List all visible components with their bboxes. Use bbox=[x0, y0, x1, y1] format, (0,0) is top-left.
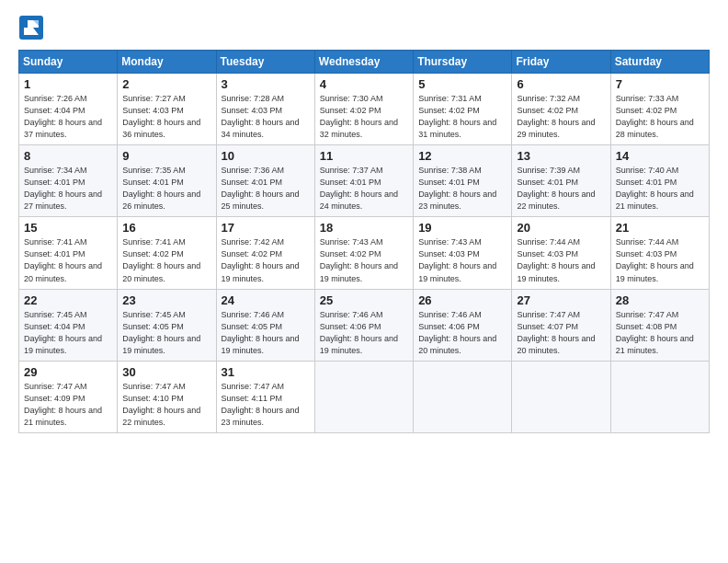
cell-info: Sunrise: 7:37 AMSunset: 4:01 PMDaylight:… bbox=[320, 166, 398, 211]
calendar-cell: 7 Sunrise: 7:33 AMSunset: 4:02 PMDayligh… bbox=[610, 74, 709, 145]
calendar-cell: 27 Sunrise: 7:47 AMSunset: 4:07 PMDaylig… bbox=[512, 289, 610, 361]
cell-info: Sunrise: 7:30 AMSunset: 4:02 PMDaylight:… bbox=[320, 94, 398, 139]
calendar-cell: 5 Sunrise: 7:31 AMSunset: 4:02 PMDayligh… bbox=[414, 74, 512, 145]
calendar-cell: 18 Sunrise: 7:43 AMSunset: 4:02 PMDaylig… bbox=[314, 217, 413, 289]
cell-info: Sunrise: 7:46 AMSunset: 4:05 PMDaylight:… bbox=[222, 310, 300, 355]
cell-info: Sunrise: 7:36 AMSunset: 4:01 PMDaylight:… bbox=[222, 166, 300, 211]
calendar-cell: 16 Sunrise: 7:41 AMSunset: 4:02 PMDaylig… bbox=[118, 217, 216, 289]
cell-info: Sunrise: 7:45 AMSunset: 4:04 PMDaylight:… bbox=[24, 310, 102, 355]
header bbox=[18, 15, 710, 40]
day-number: 16 bbox=[122, 221, 210, 235]
calendar-cell: 3 Sunrise: 7:28 AMSunset: 4:03 PMDayligh… bbox=[216, 74, 314, 145]
cell-info: Sunrise: 7:44 AMSunset: 4:03 PMDaylight:… bbox=[517, 237, 595, 282]
cell-info: Sunrise: 7:41 AMSunset: 4:01 PMDaylight:… bbox=[24, 237, 102, 282]
day-number: 4 bbox=[320, 77, 408, 91]
calendar-cell: 9 Sunrise: 7:35 AMSunset: 4:01 PMDayligh… bbox=[118, 145, 216, 217]
calendar-row: 29 Sunrise: 7:47 AMSunset: 4:09 PMDaylig… bbox=[19, 361, 710, 432]
day-number: 18 bbox=[320, 221, 408, 235]
cell-info: Sunrise: 7:31 AMSunset: 4:02 PMDaylight:… bbox=[418, 94, 496, 139]
calendar-cell: 15 Sunrise: 7:41 AMSunset: 4:01 PMDaylig… bbox=[19, 217, 118, 289]
header-wednesday: Wednesday bbox=[314, 51, 413, 74]
calendar-row: 8 Sunrise: 7:34 AMSunset: 4:01 PMDayligh… bbox=[19, 145, 710, 217]
calendar-row: 1 Sunrise: 7:26 AMSunset: 4:04 PMDayligh… bbox=[19, 74, 710, 145]
day-number: 11 bbox=[320, 149, 408, 163]
calendar-cell bbox=[414, 361, 512, 432]
day-number: 28 bbox=[616, 293, 704, 307]
cell-info: Sunrise: 7:34 AMSunset: 4:01 PMDaylight:… bbox=[24, 166, 102, 211]
calendar-page: Sunday Monday Tuesday Wednesday Thursday… bbox=[0, 0, 728, 563]
calendar-cell: 29 Sunrise: 7:47 AMSunset: 4:09 PMDaylig… bbox=[19, 361, 118, 432]
calendar-table: Sunday Monday Tuesday Wednesday Thursday… bbox=[18, 50, 710, 433]
day-number: 24 bbox=[222, 293, 310, 307]
day-number: 7 bbox=[616, 77, 704, 91]
calendar-cell bbox=[610, 361, 709, 432]
day-number: 15 bbox=[24, 221, 112, 235]
day-number: 31 bbox=[222, 365, 310, 379]
day-number: 26 bbox=[418, 293, 506, 307]
calendar-cell: 17 Sunrise: 7:42 AMSunset: 4:02 PMDaylig… bbox=[216, 217, 314, 289]
day-number: 19 bbox=[418, 221, 506, 235]
calendar-cell: 31 Sunrise: 7:47 AMSunset: 4:11 PMDaylig… bbox=[216, 361, 314, 432]
day-number: 27 bbox=[517, 293, 605, 307]
day-number: 29 bbox=[24, 365, 112, 379]
calendar-cell: 26 Sunrise: 7:46 AMSunset: 4:06 PMDaylig… bbox=[414, 289, 512, 361]
logo-icon bbox=[18, 15, 44, 40]
day-number: 6 bbox=[517, 77, 605, 91]
calendar-cell bbox=[314, 361, 413, 432]
calendar-cell: 10 Sunrise: 7:36 AMSunset: 4:01 PMDaylig… bbox=[216, 145, 314, 217]
cell-info: Sunrise: 7:43 AMSunset: 4:02 PMDaylight:… bbox=[320, 237, 398, 282]
cell-info: Sunrise: 7:26 AMSunset: 4:04 PMDaylight:… bbox=[24, 94, 102, 139]
cell-info: Sunrise: 7:32 AMSunset: 4:02 PMDaylight:… bbox=[517, 94, 595, 139]
calendar-cell: 28 Sunrise: 7:47 AMSunset: 4:08 PMDaylig… bbox=[610, 289, 709, 361]
day-number: 25 bbox=[320, 293, 408, 307]
cell-info: Sunrise: 7:39 AMSunset: 4:01 PMDaylight:… bbox=[517, 166, 595, 211]
cell-info: Sunrise: 7:47 AMSunset: 4:10 PMDaylight:… bbox=[122, 382, 200, 427]
calendar-cell: 30 Sunrise: 7:47 AMSunset: 4:10 PMDaylig… bbox=[118, 361, 216, 432]
cell-info: Sunrise: 7:47 AMSunset: 4:09 PMDaylight:… bbox=[24, 382, 102, 427]
cell-info: Sunrise: 7:42 AMSunset: 4:02 PMDaylight:… bbox=[222, 237, 300, 282]
day-number: 9 bbox=[122, 149, 210, 163]
calendar-cell: 23 Sunrise: 7:45 AMSunset: 4:05 PMDaylig… bbox=[118, 289, 216, 361]
day-number: 10 bbox=[222, 149, 310, 163]
calendar-cell: 6 Sunrise: 7:32 AMSunset: 4:02 PMDayligh… bbox=[512, 74, 610, 145]
calendar-cell bbox=[512, 361, 610, 432]
header-tuesday: Tuesday bbox=[216, 51, 314, 74]
calendar-cell: 22 Sunrise: 7:45 AMSunset: 4:04 PMDaylig… bbox=[19, 289, 118, 361]
calendar-cell: 24 Sunrise: 7:46 AMSunset: 4:05 PMDaylig… bbox=[216, 289, 314, 361]
day-number: 17 bbox=[222, 221, 310, 235]
cell-info: Sunrise: 7:46 AMSunset: 4:06 PMDaylight:… bbox=[418, 310, 496, 355]
cell-info: Sunrise: 7:33 AMSunset: 4:02 PMDaylight:… bbox=[616, 94, 694, 139]
header-friday: Friday bbox=[512, 51, 610, 74]
day-number: 23 bbox=[122, 293, 210, 307]
day-number: 20 bbox=[517, 221, 605, 235]
cell-info: Sunrise: 7:47 AMSunset: 4:07 PMDaylight:… bbox=[517, 310, 595, 355]
header-saturday: Saturday bbox=[610, 51, 709, 74]
cell-info: Sunrise: 7:47 AMSunset: 4:08 PMDaylight:… bbox=[616, 310, 694, 355]
day-number: 30 bbox=[122, 365, 210, 379]
header-monday: Monday bbox=[118, 51, 216, 74]
header-thursday: Thursday bbox=[414, 51, 512, 74]
calendar-cell: 20 Sunrise: 7:44 AMSunset: 4:03 PMDaylig… bbox=[512, 217, 610, 289]
calendar-cell: 13 Sunrise: 7:39 AMSunset: 4:01 PMDaylig… bbox=[512, 145, 610, 217]
weekday-header-row: Sunday Monday Tuesday Wednesday Thursday… bbox=[19, 51, 710, 74]
cell-info: Sunrise: 7:44 AMSunset: 4:03 PMDaylight:… bbox=[616, 237, 694, 282]
cell-info: Sunrise: 7:35 AMSunset: 4:01 PMDaylight:… bbox=[122, 166, 200, 211]
calendar-cell: 8 Sunrise: 7:34 AMSunset: 4:01 PMDayligh… bbox=[19, 145, 118, 217]
cell-info: Sunrise: 7:38 AMSunset: 4:01 PMDaylight:… bbox=[418, 166, 496, 211]
day-number: 22 bbox=[24, 293, 112, 307]
calendar-row: 22 Sunrise: 7:45 AMSunset: 4:04 PMDaylig… bbox=[19, 289, 710, 361]
calendar-cell: 1 Sunrise: 7:26 AMSunset: 4:04 PMDayligh… bbox=[19, 74, 118, 145]
cell-info: Sunrise: 7:46 AMSunset: 4:06 PMDaylight:… bbox=[320, 310, 398, 355]
day-number: 21 bbox=[616, 221, 704, 235]
day-number: 5 bbox=[418, 77, 506, 91]
calendar-cell: 12 Sunrise: 7:38 AMSunset: 4:01 PMDaylig… bbox=[414, 145, 512, 217]
day-number: 1 bbox=[24, 77, 112, 91]
calendar-cell: 19 Sunrise: 7:43 AMSunset: 4:03 PMDaylig… bbox=[414, 217, 512, 289]
cell-info: Sunrise: 7:41 AMSunset: 4:02 PMDaylight:… bbox=[122, 237, 200, 282]
day-number: 14 bbox=[616, 149, 704, 163]
cell-info: Sunrise: 7:40 AMSunset: 4:01 PMDaylight:… bbox=[616, 166, 694, 211]
day-number: 12 bbox=[418, 149, 506, 163]
calendar-cell: 21 Sunrise: 7:44 AMSunset: 4:03 PMDaylig… bbox=[610, 217, 709, 289]
calendar-cell: 11 Sunrise: 7:37 AMSunset: 4:01 PMDaylig… bbox=[314, 145, 413, 217]
day-number: 3 bbox=[222, 77, 310, 91]
